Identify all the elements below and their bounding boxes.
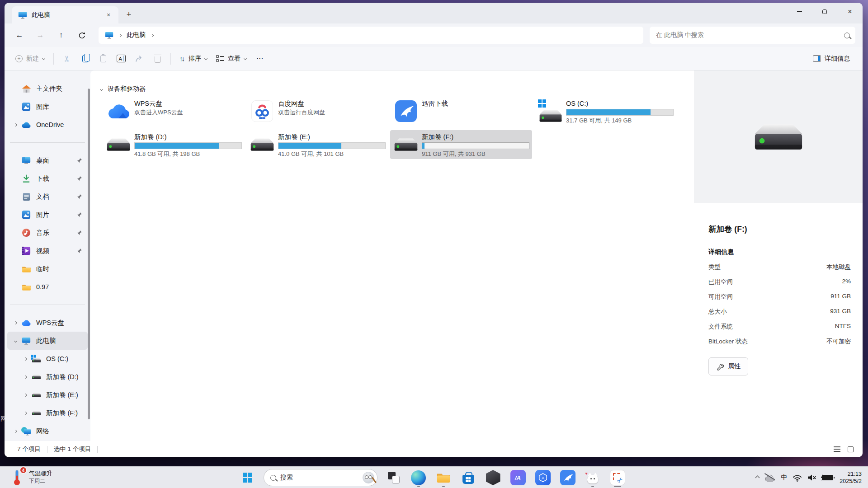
sidebar-item-downloads[interactable]: 下载 xyxy=(7,169,88,188)
sidebar-item-097-folder[interactable]: 0.97 xyxy=(7,278,88,296)
drive-item-volume-e[interactable]: 新加卷 (E:) 41.0 GB 可用, 共 101 GB xyxy=(246,130,388,159)
drive-icon xyxy=(31,372,42,382)
drive-item-baidu-netdisk[interactable]: 百度网盘 双击运行百度网盘 xyxy=(246,97,388,126)
thunder-app-button[interactable] xyxy=(555,467,580,488)
drive-item-thunder[interactable]: 迅雷下载 xyxy=(390,97,532,126)
drive-item-volume-d[interactable]: 新加卷 (D:) 41.8 GB 可用, 共 198 GB xyxy=(103,130,245,159)
share-button[interactable] xyxy=(130,50,148,67)
sidebar-item-pictures[interactable]: 图片 xyxy=(7,206,88,224)
sidebar-item-volume-d[interactable]: 新加卷 (D:) xyxy=(7,368,88,386)
battery-charging-icon xyxy=(822,475,833,480)
sort-button[interactable]: ↑↓ 排序 xyxy=(175,50,212,67)
properties-button[interactable]: 属性 xyxy=(708,357,748,375)
copy-button[interactable] xyxy=(76,50,94,67)
weather-widget[interactable]: 4 气温骤升 下周二 xyxy=(10,468,52,486)
sidebar-item-label: 图库 xyxy=(36,103,49,111)
close-button[interactable]: × xyxy=(837,3,863,21)
hex-a-app-button[interactable]: A xyxy=(530,467,555,488)
wifi-icon xyxy=(793,474,802,482)
drive-item-wps-cloud[interactable]: WPS云盘 双击进入WPS云盘 xyxy=(103,97,245,126)
slash-a-app-button[interactable]: /A xyxy=(505,467,530,488)
rename-button[interactable]: A xyxy=(112,50,130,67)
edge-button[interactable] xyxy=(406,467,431,488)
search-box[interactable]: 在 此电脑 中搜索 xyxy=(650,27,855,44)
sidebar-item-onedrive[interactable]: OneDrive xyxy=(7,116,88,134)
onedrive-paused-button[interactable] xyxy=(762,469,778,487)
sidebar-item-music[interactable]: 音乐 xyxy=(7,224,88,242)
folder-icon xyxy=(21,264,32,274)
sidebar-item-network[interactable]: 网络 xyxy=(7,422,88,440)
taskbar-search[interactable]: 搜索 xyxy=(264,469,377,486)
battery-button[interactable] xyxy=(819,469,836,487)
snipping-tool-button[interactable]: ✂ xyxy=(605,467,630,488)
tab-this-pc[interactable]: 此电脑 × xyxy=(12,6,118,23)
sidebar-item-volume-f[interactable]: 新加卷 (F:) xyxy=(7,404,88,422)
dark-hexagon-app-button[interactable] xyxy=(481,467,505,488)
search-icon xyxy=(844,33,850,38)
new-button[interactable]: + 新建 xyxy=(11,50,49,67)
desktop-icon xyxy=(21,155,32,165)
details-pane-button[interactable]: 详细信息 xyxy=(808,50,854,67)
tab-title: 此电脑 xyxy=(32,11,50,19)
drive-item-volume-f[interactable]: 新加卷 (F:) 911 GB 可用, 共 931 GB xyxy=(390,130,532,159)
sidebar-item-temp-folder[interactable]: 临时 xyxy=(7,260,88,278)
ime-indicator[interactable]: 中 xyxy=(778,469,790,487)
file-explorer-button[interactable] xyxy=(431,467,456,488)
refresh-button[interactable] xyxy=(71,27,92,43)
window-controls: × xyxy=(787,3,863,21)
sidebar-item-os-c[interactable]: OS (C:) xyxy=(7,350,88,368)
refresh-icon xyxy=(78,32,86,39)
paste-button[interactable] xyxy=(94,50,112,67)
breadcrumb-location[interactable]: 此电脑 xyxy=(127,31,146,39)
view-icon xyxy=(216,55,224,62)
forward-button[interactable]: → xyxy=(30,27,51,43)
search-icon xyxy=(270,475,276,481)
maximize-button[interactable] xyxy=(812,3,837,21)
new-tab-button[interactable]: + xyxy=(121,7,137,22)
sidebar-item-videos[interactable]: 视频 xyxy=(7,242,88,260)
breadcrumb[interactable]: 此电脑 xyxy=(99,27,643,44)
task-view-button[interactable] xyxy=(381,467,406,488)
large-icons-view-icon[interactable] xyxy=(848,446,854,452)
trash-icon xyxy=(155,56,160,63)
details-row-used-space: 已用空间2% xyxy=(708,278,851,286)
sidebar-item-volume-e[interactable]: 新加卷 (E:) xyxy=(7,386,88,404)
up-button[interactable]: ↑ xyxy=(51,27,71,43)
cut-button[interactable]: ✂ xyxy=(58,50,76,67)
tray-chevron-up-button[interactable] xyxy=(753,469,762,487)
copy-icon xyxy=(82,55,88,62)
back-button[interactable]: ← xyxy=(9,27,30,43)
more-options-button[interactable]: ⋯ xyxy=(251,50,269,67)
wifi-button[interactable] xyxy=(790,469,805,487)
svg-text:A: A xyxy=(541,476,544,480)
item-size: 31.7 GB 可用, 共 149 GB xyxy=(566,116,674,125)
tab-close-icon[interactable]: × xyxy=(103,9,114,20)
sidebar-item-this-pc[interactable]: 此电脑 xyxy=(7,332,88,350)
capacity-bar xyxy=(566,109,674,116)
cat-app-button[interactable]: ♥ xyxy=(580,467,605,488)
taskbar-clock[interactable]: 21:13 2025/5/2 xyxy=(840,470,862,485)
sidebar-item-wps-cloud[interactable]: WPS云盘 xyxy=(7,314,88,332)
delete-button[interactable] xyxy=(148,50,166,67)
sidebar-item-gallery[interactable]: 图库 xyxy=(7,98,88,116)
details-row-type: 类型本地磁盘 xyxy=(708,263,851,271)
view-button[interactable]: 查看 xyxy=(212,50,251,67)
folder-icon xyxy=(21,282,32,292)
drive-item-os-c[interactable]: OS (C:) 31.7 GB 可用, 共 149 GB xyxy=(534,97,676,126)
section-devices-and-drives[interactable]: 设备和驱动器 xyxy=(100,85,146,93)
start-button[interactable] xyxy=(235,467,260,488)
microsoft-store-button[interactable] xyxy=(456,467,481,488)
details-title: 新加卷 (F:) xyxy=(708,224,851,235)
sidebar-item-documents[interactable]: 文档 xyxy=(7,188,88,206)
sidebar-item-desktop[interactable]: 桌面 xyxy=(7,151,88,169)
sidebar-item-home[interactable]: 主文件夹 xyxy=(7,80,88,98)
window-body: 主文件夹 图库 OneDrive 桌面 下载 xyxy=(5,70,863,441)
chevron-down-icon xyxy=(100,87,103,90)
minimize-button[interactable] xyxy=(787,3,812,21)
speaker-muted-icon xyxy=(807,474,816,481)
volume-muted-button[interactable] xyxy=(805,469,819,487)
more-icon: ⋯ xyxy=(256,54,264,63)
list-view-icon[interactable] xyxy=(834,446,840,451)
item-size: 911 GB 可用, 共 931 GB xyxy=(422,150,529,158)
sidebar-scrollbar[interactable] xyxy=(88,89,90,419)
